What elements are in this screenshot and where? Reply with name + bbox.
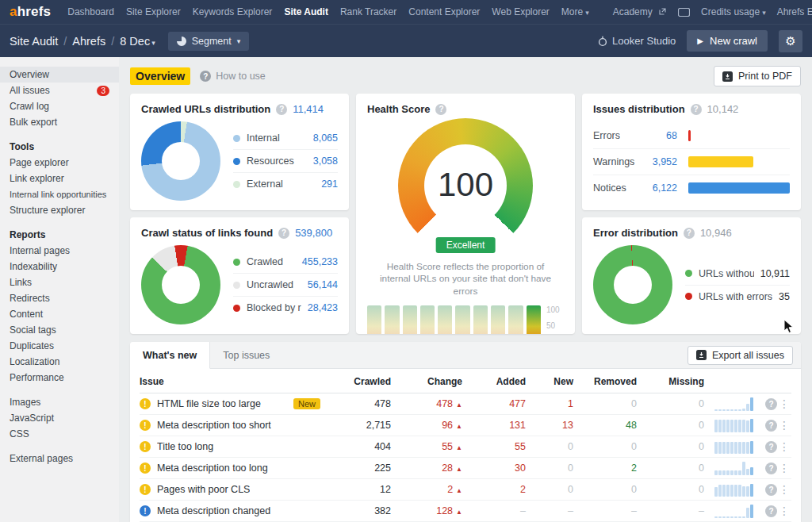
legend-value[interactable]: 56,144 [308,279,338,290]
crawl-status-total[interactable]: 539,800 [295,227,332,239]
missing-value: 0 [637,420,704,431]
new-value: 13 [526,420,573,431]
help-icon[interactable]: ? [278,228,289,239]
nav-item-dashboard[interactable]: Dashboard [67,6,114,17]
sidebar-item-internal-pages[interactable]: Internal pages [0,243,119,259]
issue-link[interactable]: Pages with poor CLS [157,484,250,495]
sidebar-item-bulk-export[interactable]: Bulk export [0,114,119,130]
nav-item-academy[interactable]: Academy [613,6,666,17]
export-all-issues-button[interactable]: Export all issues [688,346,793,365]
kebab-menu-icon[interactable]: ⋮ [777,505,791,517]
looker-studio-link[interactable]: Looker Studio [598,35,676,47]
nav-item-more[interactable]: More▾ [561,6,589,17]
how-to-use-link[interactable]: ? How to use [200,71,266,82]
column-new[interactable]: New [526,376,573,387]
trend-sparkline [714,505,753,518]
help-icon[interactable]: ? [435,104,446,115]
cards-grid: Crawled URLs distribution ? 11,414 Inter… [130,94,801,334]
sidebar-item-css[interactable]: CSS [0,426,119,442]
help-icon[interactable]: ? [765,398,777,410]
nav-item-content-explorer[interactable]: Content Explorer [408,6,480,17]
help-icon[interactable]: ? [684,228,695,239]
print-to-pdf-button[interactable]: Print to PDF [714,66,801,86]
kebab-menu-icon[interactable]: ⋮ [777,397,791,410]
ahrefs-logo[interactable]: ahrefs [10,4,51,20]
credits-usage-menu[interactable]: Credits usage▾ [701,6,766,17]
nav-item-keywords-explorer[interactable]: Keywords Explorer [193,6,273,17]
health-score-gauge: 100 Excellent [367,118,564,256]
help-icon[interactable]: ? [765,420,777,432]
sidebar-item-indexability[interactable]: Indexability [0,259,119,274]
sidebar-item-crawl-log[interactable]: Crawl log [0,98,119,114]
kebab-menu-icon[interactable]: ⋮ [777,483,791,496]
sidebar-item-performance[interactable]: Performance [0,370,119,386]
help-icon[interactable]: ? [765,463,777,474]
warnings-count[interactable]: 3,952 [644,156,677,167]
sidebar-item-javascript[interactable]: JavaScript [0,410,119,426]
column-change[interactable]: Change [391,376,462,387]
column-missing[interactable]: Missing [637,376,704,387]
removed-value: 0 [573,398,637,409]
crawled-urls-total[interactable]: 11,414 [293,103,324,115]
column-crawled[interactable]: Crawled [331,376,391,387]
sidebar-item-redirects[interactable]: Redirects [0,290,119,306]
nav-item-site-audit[interactable]: Site Audit [284,6,328,17]
issue-link[interactable]: Title too long [157,441,213,452]
nav-item-site-explorer[interactable]: Site Explorer [126,6,181,17]
new-crawl-button[interactable]: ▶ New crawl [687,30,768,52]
column-added[interactable]: Added [462,376,526,387]
legend-item: URLs without errors 10,911 [685,263,790,285]
settings-button[interactable]: ⚙ [779,30,802,52]
sidebar-item-link-explorer[interactable]: Link explorer [0,171,119,186]
sidebar-item-overview[interactable]: Overview [0,67,119,83]
legend-value[interactable]: 28,423 [308,302,338,313]
breadcrumb-project[interactable]: Ahrefs [72,35,105,48]
nav-item-rank-tracker[interactable]: Rank Tracker [340,6,396,17]
legend-value[interactable]: 291 [321,178,338,190]
errors-count[interactable]: 68 [644,130,677,141]
overview-highlight-tab[interactable]: Overview [130,67,190,85]
sidebar-item-images[interactable]: Images [0,394,119,410]
column-issue[interactable]: Issue [140,376,331,387]
account-menu[interactable]: Ahrefs Enterprise▾ [777,6,812,17]
nav-item-web-explorer[interactable]: Web Explorer [492,6,549,17]
sidebar-item-internal-link-opportunities[interactable]: Internal link opportunities [0,186,119,202]
help-icon[interactable]: ? [276,104,287,115]
sidebar-item-links[interactable]: Links [0,274,119,290]
issue-link[interactable]: Meta description changed [157,505,270,516]
tab-top-issues[interactable]: Top issues [210,342,282,369]
help-icon[interactable]: ? [765,484,777,496]
legend-value[interactable]: 8,065 [313,132,338,144]
help-icon[interactable]: ? [691,104,702,115]
sidebar-item-structure-explorer[interactable]: Structure explorer [0,202,119,218]
issue-link[interactable]: Meta description too long [157,463,268,474]
kebab-menu-icon[interactable]: ⋮ [777,462,791,474]
breadcrumb-site-audit[interactable]: Site Audit [10,35,58,48]
external-link-icon [659,8,666,15]
sidebar-item-page-explorer[interactable]: Page explorer [0,155,119,171]
increase-arrow-icon: ▲ [456,401,462,409]
kebab-menu-icon[interactable]: ⋮ [777,440,791,453]
crawl-date-dropdown[interactable]: 8 Dec▾ [120,35,155,48]
sidebar-item-all-issues[interactable]: All issues3 [0,83,119,98]
notices-count[interactable]: 6,122 [644,182,677,194]
segment-dropdown[interactable]: Segment ▾ [168,32,250,51]
sidebar-item-duplicates[interactable]: Duplicates [0,338,119,354]
sidebar-item-content[interactable]: Content [0,306,119,322]
column-removed[interactable]: Removed [573,376,637,387]
new-value: 0 [526,441,573,452]
removed-value: 0 [573,484,637,495]
issue-link[interactable]: HTML file size too large [157,398,261,409]
legend-value[interactable]: 455,233 [302,256,338,267]
kebab-menu-icon[interactable]: ⋮ [777,419,791,432]
tab-whats-new[interactable]: What's new [130,342,210,369]
legend-item: URLs with errors 35 [685,285,790,308]
help-icon[interactable]: ? [765,505,777,517]
issue-link[interactable]: Meta description too short [157,420,271,431]
sidebar-item-localization[interactable]: Localization [0,354,119,370]
workspace-icon[interactable] [678,8,690,17]
legend-value[interactable]: 3,058 [313,155,338,167]
help-icon[interactable]: ? [765,441,777,453]
sidebar-item-social-tags[interactable]: Social tags [0,322,119,338]
sidebar-item-external-pages[interactable]: External pages [0,451,119,466]
